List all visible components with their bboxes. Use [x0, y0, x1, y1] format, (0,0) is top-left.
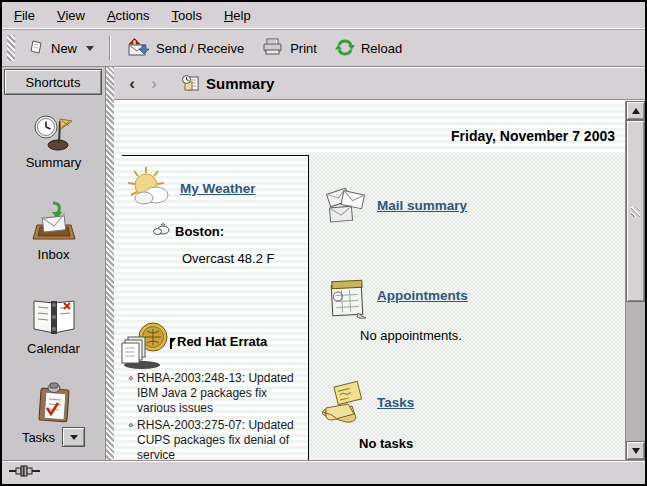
weather-location-label: Boston: — [175, 224, 224, 239]
arrow-up-icon — [632, 108, 640, 114]
reload-button-label: Reload — [361, 41, 402, 56]
calendar-icon — [2, 295, 105, 337]
weather-icon — [126, 165, 174, 213]
menu-file[interactable]: File — [14, 8, 35, 23]
my-weather-link[interactable]: My Weather — [180, 181, 256, 196]
forward-button[interactable]: › — [146, 75, 162, 92]
menu-tools[interactable]: Tools — [172, 8, 202, 23]
shortcuts-group-label: Shortcuts — [26, 75, 81, 90]
errata-icon — [120, 321, 174, 375]
printer-icon — [262, 38, 284, 59]
appointments-empty-text: No appointments. — [360, 328, 462, 343]
pane-splitter[interactable] — [106, 67, 114, 460]
toolbar-separator — [109, 36, 111, 60]
sidebar-item-tasks-row: Tasks — [2, 427, 105, 447]
status-bar — [2, 460, 645, 484]
chevron-down-icon — [70, 435, 78, 440]
appointments-icon — [328, 275, 370, 325]
viewport-row: Friday, November 7 2003 — [114, 100, 645, 460]
send-receive-icon — [126, 37, 150, 60]
sidebar-item-summary[interactable]: Summary — [2, 109, 105, 170]
reload-button[interactable]: Reload — [326, 33, 411, 64]
toolbar-grip[interactable] — [7, 35, 15, 61]
new-button[interactable]: New — [20, 35, 103, 62]
shortcuts-group-button[interactable]: Shortcuts — [4, 69, 102, 95]
view-header: ‹ › Summary — [114, 67, 645, 100]
tasks-empty-text: No tasks — [359, 436, 413, 451]
mail-summary-icon — [324, 183, 370, 229]
sidebar-item-tasks-label: Tasks — [22, 430, 55, 445]
new-document-icon — [29, 39, 45, 58]
new-button-label: New — [51, 41, 77, 56]
summary-mini-icon — [180, 74, 200, 92]
mail-summary-link[interactable]: Mail summary — [377, 198, 467, 213]
menu-view[interactable]: View — [57, 8, 85, 23]
back-button[interactable]: ‹ — [124, 75, 140, 92]
vertical-scrollbar — [625, 101, 645, 460]
errata-item[interactable]: ⋄ RHSA-2003:275-07: Updated CUPS package… — [128, 418, 304, 460]
online-status-icon[interactable] — [9, 464, 45, 482]
sidebar-item-calendar-label: Calendar — [2, 341, 105, 356]
sidebar-item-calendar[interactable]: Calendar — [2, 295, 105, 356]
main-pane: ‹ › Summary Friday, November 7 200 — [114, 67, 645, 460]
inbox-icon — [2, 201, 105, 243]
tasks-link[interactable]: Tasks — [377, 395, 414, 410]
tasks-summary-icon — [318, 380, 370, 430]
scroll-down-button[interactable] — [626, 441, 645, 460]
weather-report: Overcast 48.2 F — [182, 251, 274, 266]
chevron-down-icon — [86, 46, 94, 51]
evolution-window: File View Actions Tools Help New — [0, 0, 647, 486]
flag-marker-icon — [171, 338, 176, 344]
sidebar-item-inbox[interactable]: Inbox — [2, 201, 105, 262]
errata-item-text: RHSA-2003:275-07: Updated CUPS packages … — [137, 418, 304, 460]
summary-canvas: Friday, November 7 2003 — [114, 101, 625, 460]
errata-title-row: Red Hat Errata — [171, 334, 267, 349]
shortcut-bar: Shortcuts Summary — [2, 67, 106, 460]
reload-icon — [335, 37, 355, 60]
column-top-rule — [122, 155, 309, 156]
column-divider — [308, 155, 309, 460]
toolbar: New Send / Receive — [2, 30, 645, 67]
cloud-icon — [152, 222, 170, 240]
arrow-down-icon — [632, 448, 640, 454]
errata-item[interactable]: ⋄ RHBA-2003:248-13: Updated IBM Java 2 p… — [128, 371, 304, 416]
shortcut-bar-dropdown-button[interactable] — [62, 427, 85, 447]
appointments-link[interactable]: Appointments — [377, 288, 468, 303]
menu-help[interactable]: Help — [224, 8, 251, 23]
sidebar-item-inbox-label: Inbox — [2, 247, 105, 262]
errata-item-text: RHBA-2003:248-13: Updated IBM Java 2 pac… — [137, 371, 304, 416]
bullet-icon: ⋄ — [128, 371, 137, 416]
errata-title: Red Hat Errata — [177, 334, 267, 349]
page-title: Summary — [206, 75, 274, 92]
send-receive-button[interactable]: Send / Receive — [117, 33, 253, 64]
weather-location-row: Boston: — [152, 222, 224, 240]
sidebar-item-tasks[interactable]: Tasks — [2, 381, 105, 447]
print-button-label: Print — [290, 41, 317, 56]
menu-bar: File View Actions Tools Help — [2, 2, 645, 30]
scrollbar-thumb[interactable] — [626, 120, 645, 302]
send-receive-label: Send / Receive — [156, 41, 244, 56]
date-heading: Friday, November 7 2003 — [451, 128, 615, 144]
body-row: Shortcuts Summary — [2, 67, 645, 460]
errata-list: ⋄ RHBA-2003:248-13: Updated IBM Java 2 p… — [128, 371, 304, 460]
print-button[interactable]: Print — [253, 34, 326, 63]
scrollbar-track[interactable] — [626, 120, 645, 441]
scroll-up-button[interactable] — [626, 101, 645, 120]
tasks-icon — [2, 381, 105, 423]
summary-icon — [2, 109, 105, 151]
sidebar-item-summary-label: Summary — [2, 155, 105, 170]
bullet-icon: ⋄ — [128, 418, 137, 460]
menu-actions[interactable]: Actions — [107, 8, 150, 23]
